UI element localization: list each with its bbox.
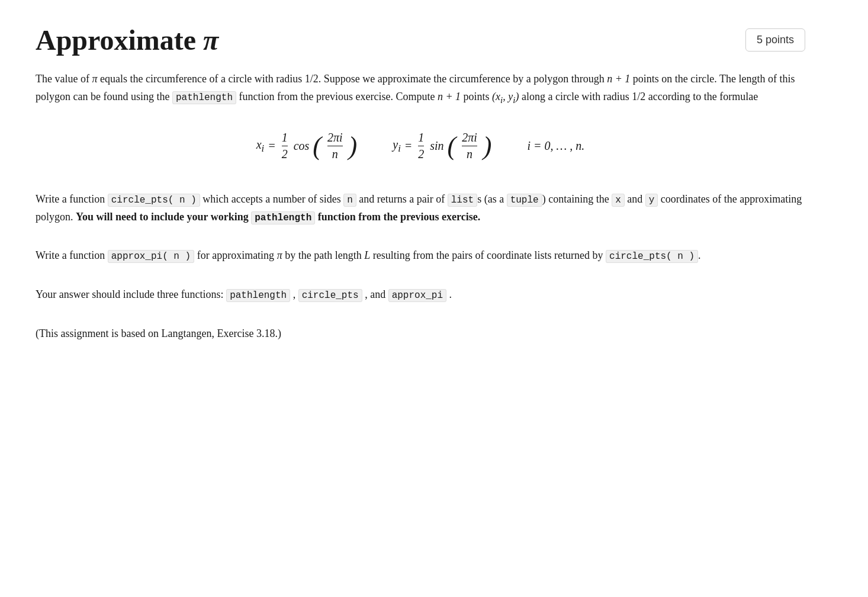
math-block: xi = 1 2 cos ( 2πi n ) yi = 1 2 sin ( [36,131,805,161]
yi-formula: yi = 1 2 sin ( 2πi n ) [393,131,491,161]
header-row: Approximate π 5 points [36,24,805,56]
cos-fraction: 2πi n [327,131,343,161]
pi-text-2: π [277,249,282,261]
denominator-2: 2 [418,146,424,161]
approx-pi-code-3: approx_pi [388,289,446,302]
section1-text: Write a function circle_pts( n ) which a… [36,191,805,226]
xi-formula: xi = 1 2 cos ( 2πi n ) [256,131,358,161]
page-title: Approximate π [36,24,218,56]
half-fraction-x: 1 2 [282,131,288,161]
sin-label: sin [430,139,443,153]
x-code: x [612,194,625,207]
points-badge: 5 points [745,28,805,52]
left-paren-y: ( [448,133,456,159]
half-fraction-y: 1 2 [418,131,424,161]
cos-label: cos [294,139,310,153]
footer-text: (This assignment is based on Langtangen,… [36,325,805,343]
sin-num: 2πi [462,131,477,146]
tuple-code: tuple [507,194,542,207]
pathlength-code-3: pathlength [226,289,290,302]
n-plus-1: n + 1 [607,73,630,85]
cos-num: 2πi [327,131,343,146]
bold-text-1: You will need to include your working pa… [76,211,480,223]
equals-1: = [268,139,276,153]
denominator-1: 2 [282,146,288,161]
section2-text: Write a function approx_pi( n ) for appr… [36,247,805,265]
right-paren-x: ) [349,133,358,159]
pi-symbol: π [203,24,218,56]
L-variable: L [364,249,370,261]
sin-den: n [467,146,472,161]
approx-pi-code: approx_pi( n ) [108,250,194,263]
circle-pts-code-2: circle_pts( n ) [606,250,698,263]
circle-pts-code-3: circle_pts [298,289,362,302]
n-plus-1-2: n + 1 [438,91,461,102]
right-paren-y: ) [483,133,492,159]
n-code-1: n [343,194,356,207]
cos-den: n [332,146,338,161]
numerator-2: 1 [418,131,424,146]
pi-text: π [92,73,97,85]
i-range-text: i = 0, … , n. [528,139,585,153]
page-container: Approximate π 5 points The value of π eq… [36,24,805,342]
xy-notation: (xi, yi) [492,91,519,102]
i-range: i = 0, … , n. [528,139,585,153]
intro-paragraph: The value of π equals the circumference … [36,70,805,107]
xi-var: xi [256,138,265,155]
numerator-1: 1 [282,131,288,146]
pathlength-code-bold: pathlength [251,211,315,224]
list-code: list [448,194,477,207]
sin-fraction: 2πi n [462,131,477,161]
left-paren-x: ( [313,133,322,159]
section3-text: Your answer should include three functio… [36,286,805,304]
pathlength-code-intro: pathlength [172,91,236,104]
y-code: y [645,194,658,207]
yi-var: yi [393,138,401,155]
equals-2: = [404,139,413,153]
circle-pts-code: circle_pts( n ) [108,194,200,207]
